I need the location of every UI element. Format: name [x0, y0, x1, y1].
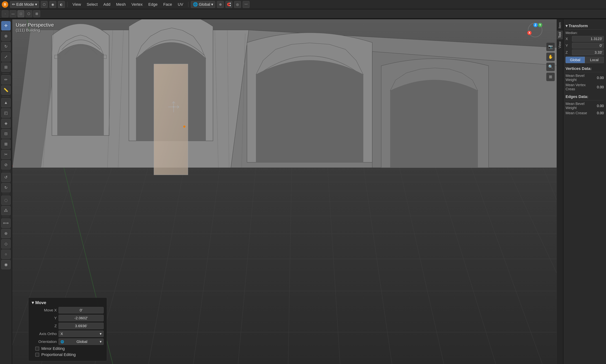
rip-btn[interactable]: ◉: [1, 260, 11, 269]
move-tool-btn[interactable]: ⊕: [1, 31, 11, 41]
app-logo: B: [2, 1, 8, 8]
y-value-field[interactable]: 0': [572, 43, 604, 49]
spin-dup-btn[interactable]: ↻: [1, 183, 11, 192]
edit-mode-selector[interactable]: ✏ Edit Mode ▾: [10, 1, 39, 8]
inset-tool-btn[interactable]: ◰: [1, 108, 11, 118]
proportional-editing-row: Proportional Editing: [32, 352, 104, 357]
edge-select-btn[interactable]: —: [10, 10, 16, 17]
menu-select[interactable]: Select: [84, 1, 100, 8]
object-mode-icon-btn[interactable]: ⬡: [41, 1, 48, 8]
extrude-tool-btn[interactable]: ▲: [1, 98, 11, 107]
transform-section-title: ▾ Transform: [565, 23, 604, 29]
mean-crease-row: Mean Crease 0.00: [565, 111, 604, 115]
move-x-value[interactable]: 0': [58, 307, 104, 313]
z-value-field[interactable]: 3.33': [572, 50, 604, 55]
randomize-btn[interactable]: ⁂: [1, 206, 11, 215]
move-panel-title: Move: [35, 300, 46, 305]
svg-marker-33: [154, 64, 188, 175]
menu-vertex[interactable]: Vertex: [129, 1, 145, 8]
shading-icon-btn[interactable]: ◐: [58, 1, 65, 8]
zoom-icon-btn[interactable]: 🔍: [546, 63, 555, 71]
face-select-2-btn[interactable]: ⬡: [26, 10, 32, 17]
axis-ortho-dropdown[interactable]: X ▾: [58, 331, 104, 337]
proportional-btn[interactable]: ◎: [234, 1, 241, 8]
edges-mean-bevel-weight-row: Mean Bevel Weight 0.00: [565, 102, 604, 110]
annotate-tool-btn[interactable]: ✏: [1, 75, 11, 84]
camera-icon-btn[interactable]: 📷: [546, 42, 555, 51]
vertex-select-btn[interactable]: ·: [2, 10, 9, 17]
face-select-btn[interactable]: □: [17, 10, 24, 17]
move-operator-panel: ▾ Move Move X 0' Y -2.0602' Z 3.6936' Ax…: [28, 298, 107, 361]
global-btn[interactable]: Global: [565, 57, 585, 63]
menu-edge[interactable]: Edge: [146, 1, 160, 8]
mirror-editing-checkbox[interactable]: [35, 347, 39, 351]
divider-1: [67, 2, 68, 7]
gizmo-z-axis[interactable]: Z: [533, 23, 538, 27]
offset-edge-btn[interactable]: ⊠: [1, 140, 11, 149]
orientation-row: Orientation 🌐 Global ▾: [32, 338, 104, 345]
mean-crease-value[interactable]: 0.00: [590, 111, 604, 115]
mean-vertex-crease-value[interactable]: 0.00: [590, 85, 604, 89]
tab-item[interactable]: Item: [557, 21, 563, 30]
orientation-dropdown[interactable]: 🌐 Global ▾: [58, 338, 104, 345]
grid-icon-btn[interactable]: ⊞: [546, 73, 555, 81]
y-axis-label: Y: [565, 44, 572, 48]
viewport-3d[interactable]: User Perspective (111) Building Z Y X 📷 …: [12, 19, 557, 364]
pivot-point-btn[interactable]: ⊕: [217, 1, 224, 8]
overlay-icon-btn[interactable]: ◉: [49, 1, 56, 8]
tab-tool[interactable]: Tool: [557, 31, 563, 39]
left-toolbar: ✛ ⊕ ↻ ⤢ ⊞ ✏ 📏 ▲ ◰ ◈ ⊟ ⊠ ✂ ⊘ ↺ ↻ ◌ ⁂ ⟺ ⊕ …: [0, 19, 12, 364]
edges-mean-bevel-weight-value[interactable]: 0.00: [590, 104, 604, 108]
chevron-down-icon-4: ▾: [100, 339, 102, 344]
scale-tool-btn[interactable]: ⤢: [1, 52, 11, 62]
menu-view[interactable]: View: [70, 1, 83, 8]
move-y-value[interactable]: -2.0602': [58, 315, 104, 321]
mean-bevel-weight-value[interactable]: 0.00: [590, 76, 604, 80]
uv-select-btn[interactable]: ⊞: [33, 10, 40, 17]
transform-tool-btn[interactable]: ⊞: [1, 63, 11, 72]
chevron-down-icon-3: ▾: [100, 332, 102, 336]
collapse-icon[interactable]: ▾: [32, 300, 34, 305]
menu-face[interactable]: Face: [161, 1, 175, 8]
tab-view[interactable]: View: [557, 40, 563, 50]
mean-bevel-weight-row: Mean Bevel Weight 0.00: [565, 74, 604, 82]
knife-btn[interactable]: ✂: [1, 150, 11, 159]
shrink-fatten-btn[interactable]: ⊕: [1, 229, 11, 238]
measure-tool-btn[interactable]: 📏: [1, 85, 11, 95]
x-value-field[interactable]: 1.3123': [572, 36, 604, 42]
proportional-editing-checkbox[interactable]: [35, 353, 39, 357]
shear-btn[interactable]: ◇: [1, 239, 11, 248]
viewport-gizmo[interactable]: Z Y X: [528, 23, 544, 39]
collapse-transform-icon[interactable]: ▾: [565, 24, 567, 28]
rotate-tool-btn[interactable]: ↻: [1, 42, 11, 51]
falloff-btn[interactable]: 〰: [243, 1, 249, 8]
cursor-tool-btn[interactable]: ✛: [1, 21, 11, 30]
orientation-label: Orientation: [32, 339, 57, 344]
spin-btn[interactable]: ↺: [1, 173, 11, 182]
menu-add[interactable]: Add: [101, 1, 113, 8]
edges-mean-bevel-weight-label: Mean Bevel Weight: [565, 102, 590, 110]
hand-icon-btn[interactable]: ✋: [546, 52, 555, 61]
move-y-label: Y: [32, 316, 57, 320]
loop-cut-btn[interactable]: ⊟: [1, 129, 11, 138]
transform-orientation-selector[interactable]: 🌐 Global ▾: [191, 1, 215, 8]
smooth-btn[interactable]: ◌: [1, 195, 11, 205]
to-sphere-btn[interactable]: ○: [1, 250, 11, 259]
local-btn[interactable]: Local: [585, 57, 604, 63]
chevron-down-icon-2: ▾: [211, 2, 213, 7]
menu-mesh[interactable]: Mesh: [114, 1, 128, 8]
bisect-btn[interactable]: ⊘: [1, 160, 11, 169]
gizmo-x-axis[interactable]: X: [527, 31, 532, 35]
move-z-row: Z 3.6936': [32, 323, 104, 329]
move-x-row: Move X 0': [32, 307, 104, 313]
transform-y-row: Y 0': [565, 43, 604, 49]
proportional-editing-label: Proportional Editing: [41, 352, 76, 357]
gizmo-y-axis[interactable]: Y: [538, 23, 542, 27]
snap-btn[interactable]: 🧲: [225, 1, 232, 8]
space-buttons: Global Local: [565, 57, 604, 63]
edge-slide-btn[interactable]: ⟺: [1, 219, 11, 228]
bevel-tool-btn[interactable]: ◈: [1, 119, 11, 128]
move-z-value[interactable]: 3.6936': [58, 323, 104, 329]
menu-uv[interactable]: UV: [175, 1, 186, 8]
tool-separator-3: [2, 171, 10, 171]
